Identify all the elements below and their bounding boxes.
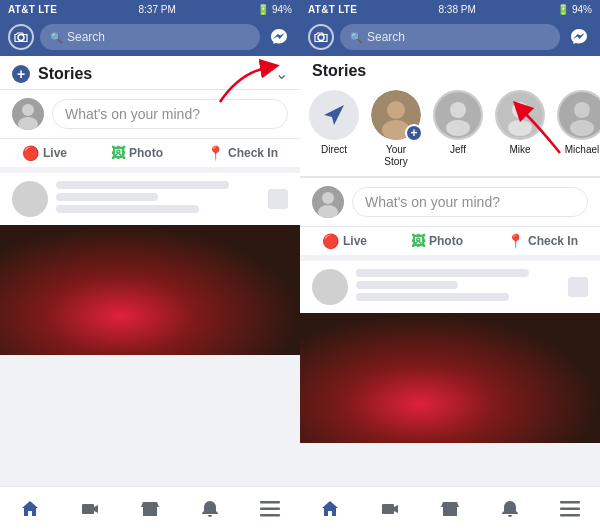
photo-icon-right: 🖼: [411, 233, 425, 249]
stories-title-right: Stories: [312, 62, 366, 79]
michael-avatar: [557, 90, 600, 140]
your-story-wrap: +: [371, 90, 421, 140]
camera-icon-left[interactable]: [8, 24, 34, 50]
messenger-icon-right[interactable]: [566, 24, 592, 50]
carrier-right: AT&T LTE: [308, 4, 357, 15]
status-placeholder-right[interactable]: What's on your mind?: [352, 187, 588, 217]
story-michael[interactable]: Michael: [556, 90, 600, 156]
story-label-michael: Michael: [565, 144, 599, 156]
nav-bar-right: 🔍 Search: [300, 18, 600, 56]
svg-rect-6: [260, 507, 280, 510]
story-label-mike: Mike: [509, 144, 530, 156]
svg-point-16: [512, 102, 528, 118]
post-image-right: [300, 313, 600, 443]
post-text-1: [56, 181, 260, 217]
live-button-left[interactable]: 🔴 Live: [22, 145, 67, 161]
user-avatar-left: [12, 98, 44, 130]
feed-post-1-right: [300, 261, 600, 313]
stories-title-row-left: + Stories: [12, 65, 92, 83]
messenger-icon-left[interactable]: [266, 24, 292, 50]
svg-rect-24: [382, 504, 394, 514]
nav-notifications-left[interactable]: [190, 493, 230, 525]
post-line-1b: [56, 193, 158, 201]
bottom-nav-right: [300, 486, 600, 530]
checkin-button-left[interactable]: 📍 Check In: [207, 145, 278, 161]
photo-icon-left: 🖼: [111, 145, 125, 161]
story-direct[interactable]: Direct: [308, 90, 360, 156]
battery-right: 🔋 94%: [557, 4, 592, 15]
story-jeff[interactable]: Jeff: [432, 90, 484, 156]
nav-home-right[interactable]: [310, 493, 350, 525]
bottom-nav-left: [0, 486, 300, 530]
post-image-blur-left: [0, 225, 300, 355]
post-action-1-right: [568, 277, 588, 297]
svg-point-0: [18, 35, 24, 41]
search-icon-right: 🔍: [350, 32, 362, 43]
live-icon-right: 🔴: [322, 233, 339, 249]
status-placeholder-left[interactable]: What's on your mind?: [52, 99, 288, 129]
post-avatar-1-right: [312, 269, 348, 305]
action-row-left: 🔴 Live 🖼 Photo 📍 Check In: [0, 139, 300, 173]
jeff-avatar: [433, 90, 483, 140]
photo-button-left[interactable]: 🖼 Photo: [111, 145, 163, 161]
post-image-left: [0, 225, 300, 355]
nav-notifications-right[interactable]: [490, 493, 530, 525]
svg-rect-26: [560, 507, 580, 510]
status-input-left[interactable]: What's on your mind?: [0, 89, 300, 139]
mike-avatar: [495, 90, 545, 140]
time-right: 8:38 PM: [438, 4, 475, 15]
story-label-your-story: YourStory: [384, 144, 407, 168]
post-line-1a-right: [356, 269, 529, 277]
stories-title-left: Stories: [38, 65, 92, 83]
carrier-left: AT&T LTE: [8, 4, 57, 15]
nav-marketplace-right[interactable]: [430, 493, 470, 525]
user-avatar-right: [312, 186, 344, 218]
nav-menu-right[interactable]: [550, 493, 590, 525]
svg-rect-5: [260, 501, 280, 504]
post-line-1b-right: [356, 281, 458, 289]
story-mike[interactable]: Mike: [494, 90, 546, 156]
stories-header-right: Stories: [300, 56, 600, 84]
svg-point-20: [570, 120, 594, 136]
story-label-direct: Direct: [321, 144, 347, 156]
battery-icon-right: 🔋: [557, 4, 569, 15]
nav-menu-left[interactable]: [250, 493, 290, 525]
search-label-left: Search: [67, 30, 105, 44]
chevron-down-left[interactable]: ⌄: [275, 64, 288, 83]
svg-point-13: [450, 102, 466, 118]
time-left: 8:37 PM: [138, 4, 175, 15]
checkin-button-right[interactable]: 📍 Check In: [507, 233, 578, 249]
checkin-icon-right: 📍: [507, 233, 524, 249]
nav-home-left[interactable]: [10, 493, 50, 525]
svg-point-8: [318, 35, 324, 41]
camera-icon-right[interactable]: [308, 24, 334, 50]
post-action-1: [268, 189, 288, 209]
feed-left: [0, 173, 300, 486]
nav-video-right[interactable]: [370, 493, 410, 525]
left-screen: AT&T LTE 8:37 PM 🔋 94% 🔍 Search + Stor: [0, 0, 300, 530]
add-stories-icon-left[interactable]: +: [12, 65, 30, 83]
nav-marketplace-left[interactable]: [130, 493, 170, 525]
svg-point-19: [574, 102, 590, 118]
svg-rect-25: [560, 501, 580, 504]
svg-rect-27: [560, 514, 580, 517]
status-input-right[interactable]: What's on your mind?: [300, 177, 600, 227]
svg-rect-4: [82, 504, 94, 514]
story-label-jeff: Jeff: [450, 144, 466, 156]
status-bar-left: AT&T LTE 8:37 PM 🔋 94%: [0, 0, 300, 18]
add-story-btn[interactable]: +: [405, 124, 423, 142]
story-your-story[interactable]: + YourStory: [370, 90, 422, 168]
search-bar-right[interactable]: 🔍 Search: [340, 24, 560, 50]
checkin-icon-left: 📍: [207, 145, 224, 161]
search-icon-left: 🔍: [50, 32, 62, 43]
nav-bar-left: 🔍 Search: [0, 18, 300, 56]
photo-button-right[interactable]: 🖼 Photo: [411, 233, 463, 249]
nav-video-left[interactable]: [70, 493, 110, 525]
stories-header-left: + Stories ⌄: [0, 56, 300, 89]
post-line-1a: [56, 181, 229, 189]
right-screen: AT&T LTE 8:38 PM 🔋 94% 🔍 Search Stories: [300, 0, 600, 530]
search-bar-left[interactable]: 🔍 Search: [40, 24, 260, 50]
live-button-right[interactable]: 🔴 Live: [322, 233, 367, 249]
feed-post-1-left: [0, 173, 300, 225]
battery-left: 🔋 94%: [257, 4, 292, 15]
